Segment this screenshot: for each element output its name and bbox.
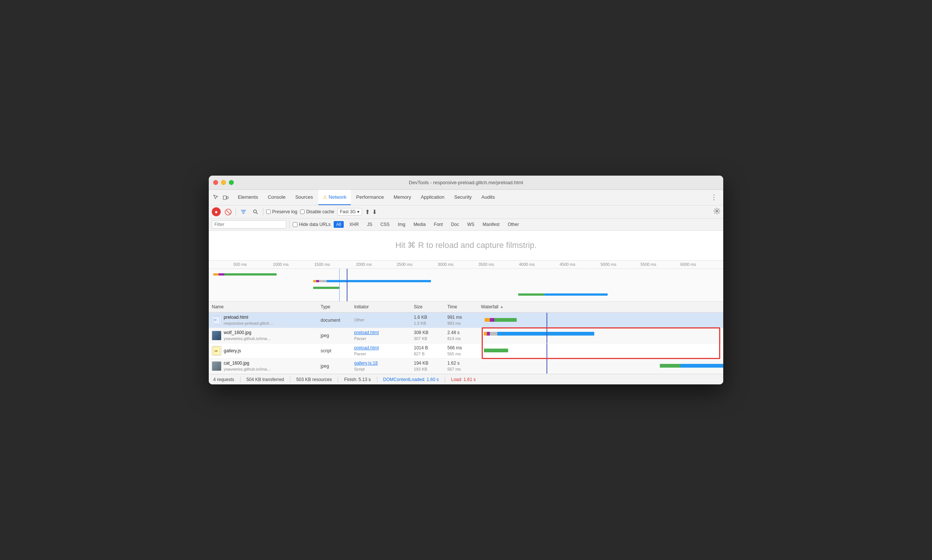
col-header-name[interactable]: Name [209,304,321,309]
row1-name-details: preload.html responsive-preload.glitch… [224,314,273,326]
jpg-file-icon-cat [212,361,221,371]
disable-cache-checkbox[interactable]: Disable cache [300,209,334,214]
row4-filename: cat_1600.jpg [224,360,271,366]
svg-point-4 [716,210,718,212]
tab-elements[interactable]: Elements [233,189,263,205]
status-divider-2 [290,377,291,383]
clear-button[interactable]: 🚫 [224,207,233,216]
search-icon[interactable] [251,207,260,216]
filter-divider-1 [289,221,290,228]
row2-type: jpeg [321,328,354,343]
download-icon[interactable]: ⬇ [372,208,377,215]
wf-row1-green [225,273,277,275]
col-header-type[interactable]: Type [321,304,354,309]
record-button[interactable]: ● [212,207,221,216]
filter-type-js[interactable]: JS [364,221,375,228]
col-header-time[interactable]: Time [448,304,481,309]
filter-type-xhr[interactable]: XHR [347,221,361,228]
tab-sources[interactable]: Sources [291,189,318,205]
ruler-label-3500: 3500 ms [478,262,494,266]
filter-input[interactable] [212,220,286,229]
wf-r1-purple [490,318,494,322]
tab-network[interactable]: ⚠ Network [318,189,351,205]
ruler-label-500: 500 ms [233,262,247,266]
col-header-initiator[interactable]: Initiator [354,304,414,309]
network-table: Name Type Initiator Size Time Waterfall … [209,302,723,374]
col-header-size[interactable]: Size [414,304,448,309]
filter-type-img[interactable]: Img [395,221,408,228]
chevron-down-icon: ▾ [357,209,359,214]
svg-rect-0 [223,196,226,200]
row1-name-cell: </> preload.html responsive-preload.glit… [209,313,321,328]
timeline-marker [347,269,348,302]
jpg-file-icon-wolf [212,331,221,340]
filter-type-other[interactable]: Other [505,221,521,228]
wf-r4-blue [680,364,723,368]
maximize-button[interactable] [229,180,234,185]
close-button[interactable] [213,180,218,185]
row2-waterfall [481,328,723,343]
wf-r3-green [484,349,508,352]
filter-type-all[interactable]: All [334,221,344,228]
transferred-size: 504 KB transferred [246,377,284,382]
filter-icon[interactable] [239,207,248,216]
status-divider-1 [240,377,240,383]
minimize-button[interactable] [221,180,226,185]
tab-application[interactable]: Application [417,189,449,205]
tab-bar: Elements Console Sources ⚠ Network Perfo… [209,190,723,205]
row3-type: script [321,343,354,358]
svg-text:</>: </> [214,319,217,321]
row1-waterfall [481,313,723,328]
ruler-label-4500: 4500 ms [560,262,575,266]
ruler-label-3000: 3000 ms [438,262,453,266]
tab-console[interactable]: Console [263,189,290,205]
row2-filename: wolf_1600.jpg [224,329,271,336]
table-row[interactable]: </> preload.html responsive-preload.glit… [209,313,723,328]
table-row[interactable]: wolf_1600.jpg yoavweiss.github.io/ima… j… [209,328,723,343]
row4-name-cell: cat_1600.jpg yoavweiss.github.io/ima… [209,358,321,374]
wf-row4-blue [544,294,607,295]
row2-name-cell: wolf_1600.jpg yoavweiss.github.io/ima… [209,328,321,343]
col-header-waterfall[interactable]: Waterfall ▲ [481,304,723,309]
tab-memory[interactable]: Memory [389,189,416,205]
filter-type-media[interactable]: Media [411,221,428,228]
filter-type-ws[interactable]: WS [464,221,477,228]
row4-size: 194 KB 193 KB [414,358,448,374]
upload-icon[interactable]: ⬆ [365,208,370,215]
device-icon[interactable] [221,193,230,202]
table-row[interactable]: JS gallery.js script preload.html Parser… [209,343,723,358]
table-row[interactable]: cat_1600.jpg yoavweiss.github.io/ima… jp… [209,358,723,374]
wf-r4-green [660,364,680,368]
hide-data-urls-checkbox[interactable]: Hide data URLs [293,222,331,227]
preserve-log-checkbox[interactable]: Preserve log [266,209,297,214]
tab-performance[interactable]: Performance [352,189,388,205]
window-title: DevTools - responsive-preload.glitch.me/… [409,180,523,185]
filter-type-manifest[interactable]: Manifest [480,221,502,228]
wf-row4-green [518,294,544,295]
toolbar-divider-2 [263,208,263,215]
timeline-bars [209,269,723,302]
row1-time: 991 ms 983 ms [448,313,481,328]
row3-initiator: preload.html Parser [354,343,414,358]
settings-icon[interactable] [714,208,720,216]
filter-type-font[interactable]: Font [431,221,446,228]
more-options-icon[interactable]: ⋮ [707,193,720,202]
status-divider-3 [338,377,338,383]
filter-type-css[interactable]: CSS [378,221,392,228]
filter-type-doc[interactable]: Doc [449,221,461,228]
row3-size: 1014 B 827 B [414,343,448,358]
inspect-icon[interactable] [212,193,220,202]
ruler-label-4000: 4000 ms [519,262,535,266]
wf-row2-purple [316,280,319,282]
finish-time: Finish: 5.13 s [344,377,371,382]
wf-row2-blue [326,280,431,282]
wf-r2-purple [487,332,490,335]
filmstrip-area: Hit ⌘ R to reload and capture filmstrip. [209,231,723,261]
timeline-ruler: 500 ms 1000 ms 1500 ms 2000 ms 2500 ms 3… [209,261,723,302]
toolbar-divider-1 [235,208,236,215]
tab-audits[interactable]: Audits [477,189,499,205]
tab-security[interactable]: Security [450,189,476,205]
row4-name-details: cat_1600.jpg yoavweiss.github.io/ima… [224,360,271,372]
throttle-selector[interactable]: Fast 3G ▾ [337,208,362,215]
resources-size: 503 KB resources [296,377,332,382]
